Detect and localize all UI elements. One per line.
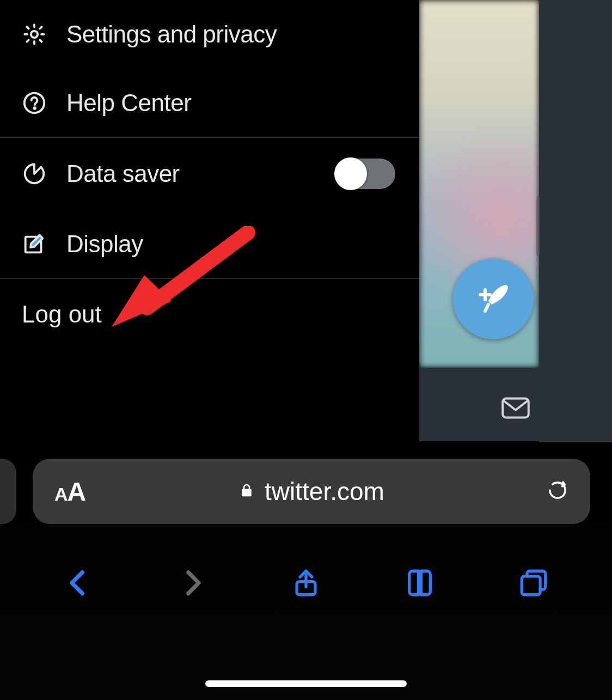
aa-big: A (68, 477, 86, 506)
safari-chrome: AA twitter.com (0, 442, 612, 700)
menu-item-settings[interactable]: Settings and privacy (0, 0, 419, 69)
forward-button (176, 567, 208, 601)
menu-item-label: Display (66, 230, 143, 258)
screen: Settings and privacy Help Center Data sa… (0, 0, 612, 700)
menu-item-label: Help Center (66, 89, 191, 117)
gear-icon (22, 22, 47, 47)
svg-rect-10 (522, 576, 540, 595)
toggle-knob (334, 157, 367, 190)
scrollbar-indicator[interactable] (536, 196, 540, 256)
address-bar-center: twitter.com (238, 477, 384, 506)
menu-item-data-saver[interactable]: Data saver (0, 138, 419, 210)
tabs-button[interactable] (518, 567, 549, 601)
share-button[interactable] (290, 567, 322, 601)
help-circle-icon (22, 90, 47, 115)
text-size-button[interactable]: AA (54, 477, 85, 507)
lock-icon (238, 477, 255, 506)
compose-tweet-button[interactable] (453, 259, 534, 339)
edit-square-icon (22, 232, 47, 257)
back-button[interactable] (63, 567, 94, 601)
menu-item-label: Data saver (66, 160, 180, 187)
address-bar[interactable]: AA twitter.com (33, 459, 590, 524)
mail-icon[interactable] (499, 392, 532, 418)
reload-button[interactable] (547, 479, 568, 503)
pie-chart-icon (22, 161, 47, 186)
menu-item-label: Log out (22, 301, 102, 327)
side-drawer: Settings and privacy Help Center Data sa… (0, 0, 419, 442)
tab-peek-left[interactable] (0, 459, 16, 524)
menu-item-logout[interactable]: Log out (0, 279, 419, 350)
address-bar-domain: twitter.com (265, 477, 384, 506)
data-saver-toggle[interactable] (334, 159, 395, 189)
menu-item-label: Settings and privacy (66, 21, 277, 48)
menu-item-display[interactable]: Display (0, 210, 419, 278)
address-bar-row: AA twitter.com (0, 442, 612, 540)
svg-point-5 (34, 107, 35, 109)
bookmarks-button[interactable] (404, 567, 436, 601)
compose-feather-icon (474, 278, 513, 320)
app-bottom-nav (419, 368, 612, 441)
menu-item-help[interactable]: Help Center (0, 69, 419, 137)
svg-rect-0 (503, 398, 529, 417)
aa-small: A (54, 484, 68, 504)
home-indicator[interactable] (205, 680, 407, 687)
safari-toolbar (0, 551, 612, 617)
svg-point-3 (31, 31, 38, 38)
